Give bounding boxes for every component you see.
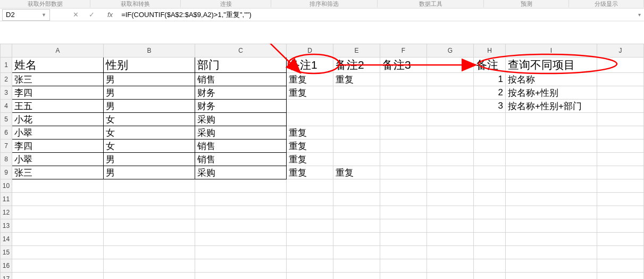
cell[interactable]: 女 <box>104 140 195 153</box>
cell[interactable] <box>474 219 506 233</box>
cell[interactable] <box>474 259 506 273</box>
cell[interactable] <box>380 206 427 219</box>
cell[interactable]: 王五 <box>12 100 104 113</box>
cell[interactable]: 男 <box>104 153 195 166</box>
row-header[interactable]: 10 <box>1 179 12 193</box>
cell[interactable] <box>506 153 597 166</box>
confirm-formula-button[interactable]: ✓ <box>87 11 96 19</box>
cell[interactable] <box>427 166 474 179</box>
cell[interactable] <box>506 193 597 206</box>
cell[interactable] <box>506 273 597 280</box>
cell[interactable] <box>474 193 506 206</box>
cell[interactable] <box>380 126 427 140</box>
cell[interactable] <box>287 259 333 273</box>
cell[interactable] <box>333 193 380 206</box>
cell[interactable] <box>597 206 644 219</box>
cell[interactable]: 李四 <box>12 140 104 153</box>
row-header[interactable]: 2 <box>1 73 12 86</box>
cell[interactable] <box>104 179 195 193</box>
cell[interactable] <box>427 153 474 166</box>
cell[interactable] <box>380 73 427 86</box>
cell[interactable] <box>427 126 474 140</box>
cell[interactable] <box>380 259 427 273</box>
cell[interactable]: 部门 <box>195 58 287 73</box>
cell[interactable]: 备注 <box>474 58 506 73</box>
cell[interactable]: 1 <box>474 73 506 86</box>
cell[interactable] <box>597 246 644 259</box>
row-header[interactable]: 15 <box>1 246 12 259</box>
cell[interactable] <box>427 193 474 206</box>
cell[interactable] <box>195 206 287 219</box>
cell[interactable] <box>287 113 333 126</box>
cell[interactable]: 销售 <box>195 73 287 86</box>
row-header[interactable]: 14 <box>1 233 12 246</box>
cell[interactable] <box>474 233 506 246</box>
cell[interactable] <box>12 206 104 219</box>
cell[interactable] <box>380 86 427 100</box>
cell[interactable] <box>195 259 287 273</box>
row-header[interactable]: 6 <box>1 126 12 140</box>
cell[interactable]: 男 <box>104 166 195 179</box>
cell[interactable] <box>427 58 474 73</box>
cell[interactable]: 2 <box>474 86 506 100</box>
cell[interactable] <box>333 259 380 273</box>
cell[interactable] <box>195 193 287 206</box>
cell[interactable] <box>597 259 644 273</box>
cell[interactable] <box>333 153 380 166</box>
cell[interactable] <box>287 246 333 259</box>
cell[interactable] <box>427 219 474 233</box>
cell[interactable] <box>427 179 474 193</box>
row-header[interactable]: 12 <box>1 206 12 219</box>
cell[interactable] <box>506 233 597 246</box>
cell[interactable] <box>380 140 427 153</box>
row-header[interactable]: 16 <box>1 259 12 273</box>
cell[interactable] <box>104 206 195 219</box>
cell[interactable] <box>333 86 380 100</box>
cell[interactable] <box>195 219 287 233</box>
cell[interactable]: 重复 <box>287 153 333 166</box>
cell[interactable]: 重复 <box>333 73 380 86</box>
col-header-F[interactable]: F <box>380 44 427 58</box>
cell[interactable] <box>597 140 644 153</box>
cell[interactable] <box>427 100 474 113</box>
cell[interactable] <box>474 126 506 140</box>
cell[interactable] <box>380 219 427 233</box>
cell[interactable]: 财务 <box>195 100 287 113</box>
formula-expand-button[interactable]: ▾ <box>634 12 644 18</box>
col-header-B[interactable]: B <box>104 44 195 58</box>
cell[interactable]: 重复 <box>333 166 380 179</box>
cell[interactable] <box>287 233 333 246</box>
col-header-C[interactable]: C <box>195 44 287 58</box>
cell[interactable] <box>12 233 104 246</box>
col-header-I[interactable]: I <box>506 44 597 58</box>
cell[interactable] <box>474 140 506 153</box>
cell[interactable] <box>474 166 506 179</box>
cell[interactable] <box>287 193 333 206</box>
cell[interactable] <box>506 113 597 126</box>
cell[interactable]: 小翠 <box>12 126 104 140</box>
cell[interactable] <box>427 113 474 126</box>
cell[interactable] <box>597 166 644 179</box>
cell[interactable] <box>333 219 380 233</box>
cell[interactable]: 李四 <box>12 86 104 100</box>
cell[interactable]: 小翠 <box>12 153 104 166</box>
select-all-corner[interactable] <box>1 44 12 58</box>
cell[interactable]: 销售 <box>195 153 287 166</box>
col-header-E[interactable]: E <box>333 44 380 58</box>
cell[interactable] <box>195 246 287 259</box>
cell[interactable] <box>506 206 597 219</box>
cell[interactable] <box>195 233 287 246</box>
cell[interactable] <box>380 100 427 113</box>
cell[interactable]: 重复 <box>287 140 333 153</box>
cell[interactable] <box>380 113 427 126</box>
cell[interactable] <box>333 206 380 219</box>
cell[interactable] <box>287 273 333 280</box>
cell[interactable]: 女 <box>104 113 195 126</box>
cell[interactable]: 女 <box>104 126 195 140</box>
cell[interactable] <box>287 100 333 113</box>
cell[interactable] <box>597 126 644 140</box>
cell[interactable] <box>287 206 333 219</box>
cell[interactable]: 张三 <box>12 73 104 86</box>
cell[interactable]: 备注3 <box>380 58 427 73</box>
cell[interactable] <box>427 140 474 153</box>
